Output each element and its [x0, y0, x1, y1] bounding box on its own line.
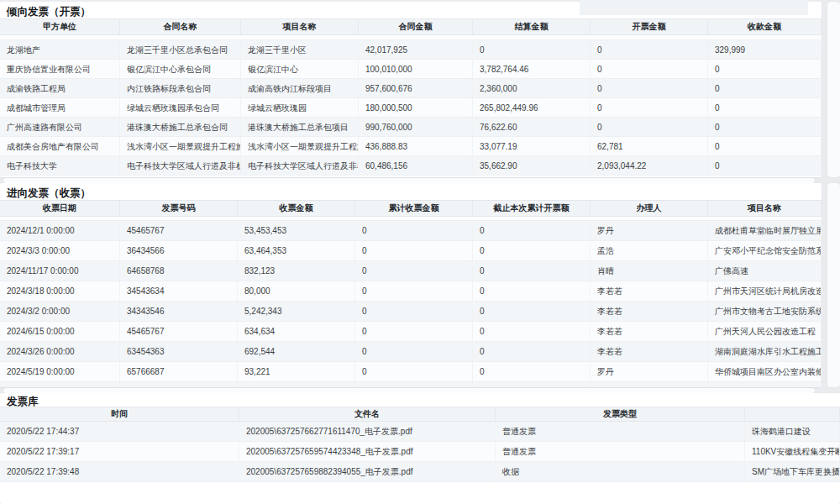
column-header: 文件名 — [239, 407, 496, 421]
table-cell: 0 — [473, 342, 591, 362]
table-row[interactable]: 2024/11/25 0:00:00657666878,788,88800陈芳华… — [0, 382, 822, 387]
table-cell: 0 — [355, 322, 473, 342]
table-row[interactable]: 2024/6/15 0:00:0045465767634,63400李若若广州天… — [0, 322, 822, 342]
table-cell: 100,010,000 — [359, 60, 473, 79]
column-header: 发票类型 — [496, 407, 745, 421]
table-cell: 华能上公坛输变电线路迁改项目 — [708, 382, 822, 387]
table-row[interactable]: 成都城市管理局绿城云栖玫瑰园承包合同绿城云栖玫瑰园180,000,500265,… — [0, 98, 822, 118]
table-cell: 2020/5/22 17:39:17 — [0, 442, 239, 462]
table-cell: 陈芳 — [591, 382, 708, 387]
table-header-row: 时间文件名发票类型 — [0, 407, 840, 422]
table-cell: 成渝高铁内江标段项目 — [241, 79, 359, 98]
table-cell: 广州天河人民公园改造工程 — [708, 322, 822, 342]
table-cell: 2024/12/1 0:00:00 — [0, 221, 120, 241]
table-cell: 0 — [473, 302, 591, 322]
table-cell: 2,360,000 — [473, 79, 591, 98]
table-cell: 202005\637257659574423348_电子发票.pdf — [239, 442, 496, 462]
table-cell: 5,242,343 — [238, 302, 355, 322]
column-header: 项目名称 — [708, 201, 822, 216]
table-cell: 34343546 — [120, 302, 238, 322]
table-cell: 0 — [473, 362, 591, 382]
table-row[interactable]: 电子科技大学电子科技大学区域人行道及非机动车电子科技大学区域人行道及非机动车60… — [0, 156, 822, 176]
table-cell: 0 — [473, 261, 591, 281]
table-cell: 罗丹 — [591, 362, 708, 382]
table-cell: 202005\637257662771611470_电子发票.pdf — [239, 422, 496, 442]
table-row[interactable]: 2020/5/22 17:39:17202005\637257659574423… — [0, 442, 840, 462]
table-cell: 60,486,156 — [359, 156, 473, 176]
panel-title-library: 发票库 — [0, 393, 840, 407]
table-cell: 65766687 — [120, 362, 238, 382]
table-cell: 龙湖三千里小区 — [241, 40, 359, 60]
table-cell: 0 — [355, 261, 473, 281]
table-row[interactable]: 2020/5/22 17:39:48202005\637257659882394… — [0, 462, 840, 482]
table-cell: 990,760,000 — [359, 118, 473, 137]
column-header: 办理人 — [591, 201, 708, 216]
table-cell: 0 — [591, 118, 708, 137]
column-header: 累计收票金额 — [355, 201, 473, 216]
table-cell: 63454363 — [120, 342, 238, 362]
table-row[interactable]: 2024/3/2 0:00:00343435465,242,34300李若若广州… — [0, 302, 822, 322]
table-row[interactable]: 成渝铁路工程局内江铁路标段承包合同成渝高铁内江标段项目957,600,6762,… — [0, 79, 822, 98]
table-cell: 广州高速路有限公司 — [0, 118, 120, 137]
table-row[interactable]: 2024/3/26 0:00:0063454363692,54400李若若湖南洞… — [0, 342, 822, 362]
table-cell: 成都美合房地产有限公司 — [0, 137, 120, 156]
table-cell: 肖晴 — [591, 261, 708, 281]
table-cell: 孟浩 — [591, 241, 708, 261]
column-header: 收款金额 — [708, 19, 822, 34]
table-cell: 0 — [591, 60, 708, 79]
table-cell: 76,622.60 — [473, 118, 591, 137]
table-cell: 罗丹 — [591, 221, 708, 241]
table-cell: 65766687 — [120, 382, 238, 387]
table-cell: 0 — [473, 221, 591, 241]
table-body: 2020/5/22 17:44:37202005\637257662771611… — [0, 422, 840, 482]
table-cell: 265,802,449.96 — [473, 98, 591, 118]
table-cell: 329,999 — [708, 40, 822, 60]
table-row[interactable]: 龙湖地产龙湖三千里小区总承包合同龙湖三千里小区42,017,92500329,9… — [0, 40, 822, 60]
table-cell: 957,600,676 — [359, 79, 473, 98]
table-cell: 34543634 — [120, 281, 238, 302]
column-header: 发票号码 — [120, 201, 238, 216]
table-cell: 0 — [355, 241, 473, 261]
table-cell: 62,781 — [591, 137, 708, 156]
table-row[interactable]: 2024/5/19 0:00:006576668793,22100罗丹华侨城项目… — [0, 362, 822, 382]
table-row[interactable]: 广州高速路有限公司港珠澳大桥施工总承包合同港珠澳大桥施工总承包项目990,760… — [0, 118, 822, 137]
table-cell: 2020/5/22 17:39:48 — [0, 462, 239, 482]
table-cell: 浅水湾小区一期景观提升工程施工增 — [120, 137, 241, 156]
table-cell: 832,123 — [238, 261, 355, 281]
table-row[interactable]: 成都美合房地产有限公司浅水湾小区一期景观提升工程施工增浅水湾小区一期景观提升工程… — [0, 137, 822, 156]
table-row[interactable]: 2020/5/22 17:44:37202005\637257662771611… — [0, 422, 840, 442]
table-row[interactable]: 2024/11/17 0:00:0064658768832,12300肖晴广佛高… — [0, 261, 822, 281]
table-cell: 0 — [355, 221, 473, 241]
table-cell: 0 — [473, 281, 591, 302]
panel-title-incoming: 进向发票（收票） — [0, 183, 822, 200]
table-body: 龙湖地产龙湖三千里小区总承包合同龙湖三千里小区42,017,92500329,9… — [0, 40, 822, 176]
vertical-scrollbar[interactable] — [827, 183, 840, 387]
table-row[interactable]: 重庆协信置业有限公司银亿滨江中心承包合同银亿滨江中心100,010,0003,7… — [0, 60, 822, 79]
table-row[interactable]: 2024/3/18 0:00:003454363480,00000李若若广州市天… — [0, 281, 822, 302]
panel-invoice-library: 发票库 时间文件名发票类型 2020/5/22 17:44:37202005\6… — [0, 393, 840, 504]
vertical-scrollbar[interactable] — [827, 2, 840, 177]
table-cell: 35,662.90 — [473, 156, 591, 176]
table-cell: 广安邓小平纪念馆安全防范系统维护 — [708, 241, 822, 261]
table-cell: 龙湖三千里小区总承包合同 — [120, 40, 241, 60]
table-cell: 2,093,044.22 — [591, 156, 708, 176]
table-row[interactable]: 2024/12/1 0:00:004546576753,453,45300罗丹成… — [0, 221, 822, 241]
top-edge-strip — [580, 0, 808, 15]
column-header: 收票日期 — [0, 201, 120, 216]
table-cell: 银亿滨江中心 — [241, 60, 359, 79]
table-cell: 珠海鹤港口建设 — [745, 422, 840, 442]
table-cell: 0 — [473, 382, 591, 387]
table-cell: 63,464,353 — [238, 241, 355, 261]
table-cell: 0 — [591, 98, 708, 118]
table-cell: 普通发票 — [496, 442, 745, 462]
table-cell: 成都杜甫草堂临时展厅独立展柜报警 — [708, 221, 822, 241]
table-cell: 0 — [708, 79, 822, 98]
table-row[interactable]: 2024/3/3 0:00:003643456663,464,35300孟浩广安… — [0, 241, 822, 261]
table-cell: 2024/3/18 0:00:00 — [0, 281, 120, 302]
table-cell: 8,788,888 — [238, 382, 355, 387]
table-cell: 内江铁路标段承包合同 — [120, 79, 241, 98]
table-cell: 93,221 — [238, 362, 355, 382]
table-cell: 0 — [355, 362, 473, 382]
column-header — [745, 407, 840, 421]
column-header: 甲方单位 — [0, 19, 120, 34]
